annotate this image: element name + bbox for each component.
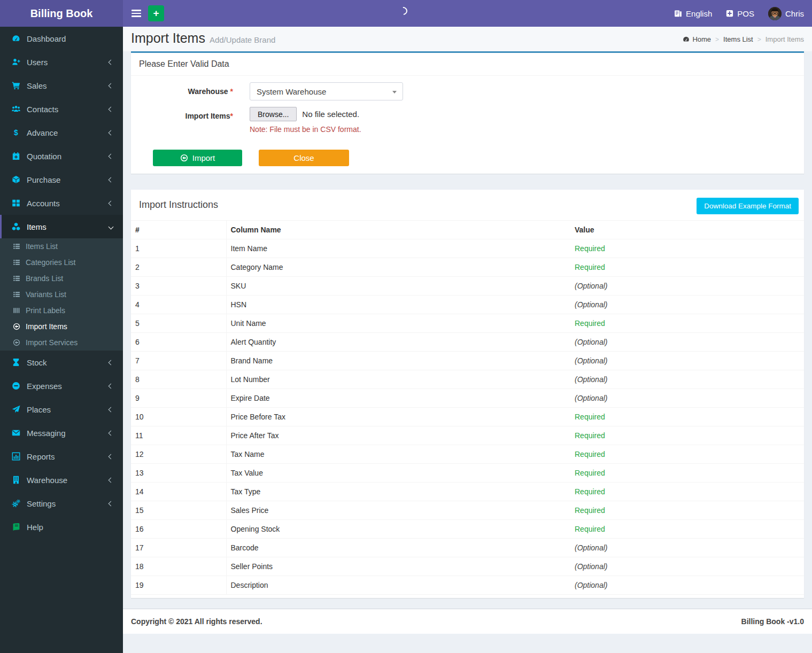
sidebar-item-label: Settings bbox=[27, 499, 56, 508]
book-icon bbox=[12, 523, 20, 531]
value-cell: (Optional) bbox=[568, 352, 804, 370]
row-number-cell: 7 bbox=[131, 352, 226, 370]
column-name-cell: Seller Points bbox=[226, 557, 568, 576]
chevron-icon bbox=[109, 224, 114, 229]
main-content: Import ItemsAdd/Update Brand Home>Items … bbox=[123, 27, 812, 634]
brand-logo[interactable]: Billing Book bbox=[0, 0, 123, 27]
column-name-cell: Item Name bbox=[226, 239, 568, 258]
caret-down-icon bbox=[392, 91, 397, 94]
cubes-icon bbox=[12, 222, 20, 231]
sidebar-item-label: Purchase bbox=[27, 175, 60, 184]
sidebar-item-dashboard[interactable]: Dashboard bbox=[0, 27, 123, 50]
value-cell: (Optional) bbox=[568, 370, 804, 389]
gauge-icon bbox=[12, 34, 20, 43]
sidebar-item-warehouse[interactable]: Warehouse bbox=[0, 468, 123, 492]
sidebar-subitem-brands-list[interactable]: Brands List bbox=[0, 270, 123, 286]
calendar-plus-icon bbox=[12, 152, 20, 160]
sidebar-subitem-print-labels[interactable]: Print Labels bbox=[0, 302, 123, 318]
version-text: Billing Book -v1.0 bbox=[741, 617, 804, 626]
column-name-cell: Barcode bbox=[226, 539, 568, 557]
warehouse-select[interactable]: System Warehouse bbox=[250, 82, 403, 100]
sidebar-item-places[interactable]: Places bbox=[0, 398, 123, 421]
chevron-icon bbox=[109, 153, 114, 159]
language-label: English bbox=[686, 9, 712, 18]
sidebar-item-sales[interactable]: Sales bbox=[0, 74, 123, 97]
value-cell: Required bbox=[568, 408, 804, 426]
sidebar-item-contacts[interactable]: Contacts bbox=[0, 97, 123, 121]
copyright-text: Copyright © 2021 All rights reserved. bbox=[131, 617, 262, 626]
row-number-cell: 13 bbox=[131, 464, 226, 483]
cube-icon bbox=[12, 175, 20, 184]
sidebar-item-settings[interactable]: Settings bbox=[0, 492, 123, 515]
chevron-icon bbox=[109, 59, 114, 65]
sidebar-subitem-items-list[interactable]: Items List bbox=[0, 238, 123, 254]
import-items-label: Import Items* bbox=[139, 107, 233, 134]
sidebar-item-quotation[interactable]: Quotation bbox=[0, 144, 123, 168]
sidebar-item-help[interactable]: Help bbox=[0, 515, 123, 539]
value-cell: (Optional) bbox=[568, 389, 804, 408]
arrow-circle-icon bbox=[13, 323, 20, 330]
value-cell: Required bbox=[568, 464, 804, 483]
quick-add-button[interactable]: + bbox=[148, 5, 164, 21]
sidebar-item-label: Users bbox=[27, 58, 48, 67]
sidebar-subitem-label: Categories List bbox=[26, 258, 75, 267]
value-cell: Required bbox=[568, 239, 804, 258]
instruction-row: 1Item NameRequired bbox=[131, 239, 804, 258]
pos-button[interactable]: POS bbox=[726, 9, 754, 18]
sidebar-item-purchase[interactable]: Purchase bbox=[0, 168, 123, 191]
sidebar-item-label: Help bbox=[27, 523, 43, 532]
user-menu[interactable]: Chris bbox=[768, 7, 804, 20]
instruction-row: 14Tax TypeRequired bbox=[131, 483, 804, 501]
sidebar-item-accounts[interactable]: Accounts bbox=[0, 191, 123, 215]
chevron-icon bbox=[109, 477, 114, 483]
sidebar-item-label: Advance bbox=[27, 128, 58, 137]
sidebar-item-label: Places bbox=[27, 405, 51, 414]
instruction-row: 13Tax ValueRequired bbox=[131, 464, 804, 483]
breadcrumb-item-items-list[interactable]: Items List bbox=[723, 35, 753, 43]
instruction-row: 16Opening StockRequired bbox=[131, 520, 804, 539]
column-name-cell: SKU bbox=[226, 277, 568, 296]
value-cell: Required bbox=[568, 501, 804, 520]
chevron-icon bbox=[109, 430, 114, 436]
sidebar-subitem-variants-list[interactable]: Variants List bbox=[0, 286, 123, 302]
browse-button[interactable]: Browse... bbox=[250, 107, 297, 121]
sidebar-subitem-import-items[interactable]: Import Items bbox=[0, 318, 123, 335]
hourglass-icon bbox=[12, 358, 20, 367]
pos-label: POS bbox=[737, 9, 754, 18]
row-number-cell: 1 bbox=[131, 239, 226, 258]
row-number-cell: 9 bbox=[131, 389, 226, 408]
row-number-cell: 4 bbox=[131, 296, 226, 314]
sidebar-subitem-categories-list[interactable]: Categories List bbox=[0, 254, 123, 270]
sidebar-subitem-label: Print Labels bbox=[26, 306, 65, 315]
sidebar-item-label: Expenses bbox=[27, 382, 62, 391]
sidebar-item-expenses[interactable]: Expenses bbox=[0, 374, 123, 398]
instruction-row: 11Price After TaxRequired bbox=[131, 426, 804, 445]
row-number-cell: 12 bbox=[131, 445, 226, 464]
import-button[interactable]: Import bbox=[153, 150, 242, 166]
sidebar-item-reports[interactable]: Reports bbox=[0, 445, 123, 468]
sidebar-item-users[interactable]: Users bbox=[0, 50, 123, 74]
sidebar-subitem-import-services[interactable]: Import Services bbox=[0, 335, 123, 351]
sidebar-item-label: Messaging bbox=[27, 429, 66, 438]
close-button[interactable]: Close bbox=[259, 150, 349, 166]
sidebar-item-stock[interactable]: Stock bbox=[0, 351, 123, 374]
row-number-cell: 15 bbox=[131, 501, 226, 520]
chevron-icon bbox=[109, 360, 114, 365]
instruction-row: 9Expire Date(Optional) bbox=[131, 389, 804, 408]
language-menu[interactable]: English bbox=[674, 9, 712, 18]
chevron-icon bbox=[109, 200, 114, 206]
gauge-icon bbox=[683, 36, 690, 43]
sidebar-submenu: Items List Categories List Brands List V… bbox=[0, 238, 123, 351]
value-cell: (Optional) bbox=[568, 296, 804, 314]
sidebar-item-items[interactable]: Items bbox=[0, 215, 123, 238]
column-name-cell: Tax Name bbox=[226, 445, 568, 464]
breadcrumb-item-home[interactable]: Home bbox=[683, 35, 711, 43]
download-example-button[interactable]: Download Example Format bbox=[697, 198, 799, 214]
sidebar-item-messaging[interactable]: Messaging bbox=[0, 421, 123, 445]
instruction-row: 7Brand Name(Optional) bbox=[131, 352, 804, 370]
sidebar-toggle-button[interactable] bbox=[124, 0, 149, 27]
chevron-icon bbox=[109, 106, 114, 112]
sidebar-item-advance[interactable]: Advance bbox=[0, 121, 123, 144]
column-name-cell: Alert Quantity bbox=[226, 333, 568, 352]
instruction-row: 6Alert Quantity(Optional) bbox=[131, 333, 804, 352]
